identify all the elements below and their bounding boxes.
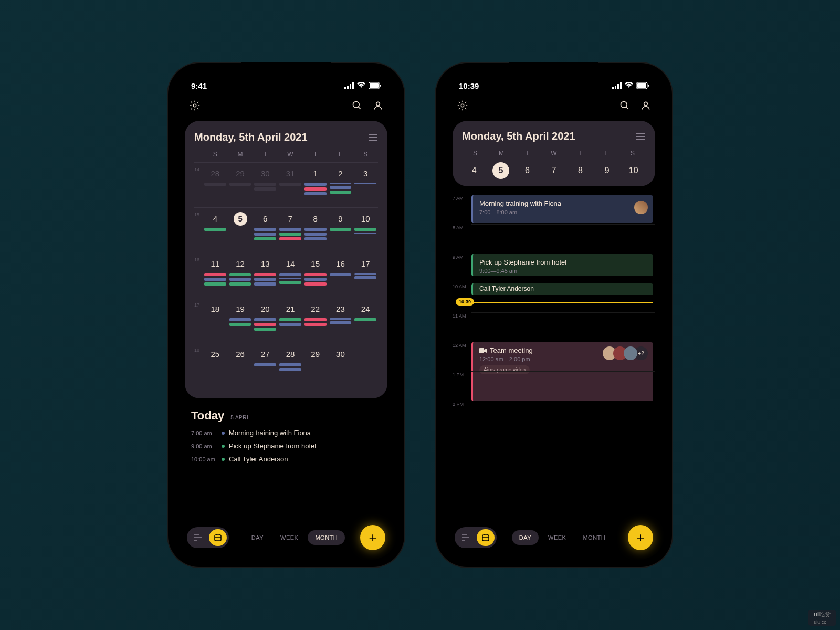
view-tab-week[interactable]: WEEK bbox=[541, 530, 573, 545]
event-block[interactable]: Call Tyler Anderson bbox=[471, 284, 653, 295]
week-row: 14 28 29 30 31 1 2 3 bbox=[194, 162, 378, 207]
time-slot[interactable]: Pick up Stephanie from hotel 9:00—9:45 a… bbox=[471, 254, 655, 283]
day-cell[interactable]: 14 bbox=[278, 256, 303, 298]
day-cell[interactable]: 18 bbox=[203, 301, 228, 343]
day-number: 25 bbox=[208, 348, 222, 361]
list-mode-button[interactable] bbox=[457, 529, 475, 546]
weekday-label: S bbox=[353, 151, 378, 158]
day-number: 11 bbox=[208, 257, 222, 271]
phone-day-view: 10:39 Monday, 5th April 2021 SMTWTFS 4 bbox=[436, 63, 672, 567]
day-cell[interactable] bbox=[353, 346, 378, 388]
day-cell[interactable]: 11 bbox=[203, 256, 228, 298]
strip-day[interactable]: 6 bbox=[515, 162, 540, 179]
today-title: Today bbox=[191, 409, 224, 423]
day-number: 13 bbox=[258, 257, 272, 271]
time-slot[interactable] bbox=[471, 401, 655, 430]
day-cell[interactable]: 7 bbox=[278, 211, 303, 253]
day-cell[interactable]: 28 bbox=[278, 346, 303, 388]
time-slot[interactable]: Team meeting 12:00 am—2:00 pm Aims promo… bbox=[471, 342, 655, 371]
search-icon[interactable] bbox=[352, 100, 362, 111]
day-cell[interactable]: 17 bbox=[353, 256, 378, 298]
day-cell[interactable]: 4 bbox=[203, 211, 228, 253]
day-number: 3 bbox=[359, 167, 372, 181]
day-cell[interactable]: 3 bbox=[353, 166, 378, 207]
day-cell[interactable]: 21 bbox=[278, 301, 303, 343]
event-block[interactable]: Pick up Stephanie from hotel 9:00—9:45 a… bbox=[471, 254, 653, 276]
signal-icon bbox=[344, 82, 354, 89]
add-button[interactable]: + bbox=[628, 525, 653, 550]
week-number: 18 bbox=[194, 346, 203, 388]
time-slot[interactable] bbox=[471, 224, 655, 254]
time-slot[interactable]: Call Tyler Anderson 10:39 bbox=[471, 283, 655, 312]
event-time: 7:00 am bbox=[191, 430, 217, 436]
settings-icon[interactable] bbox=[189, 100, 201, 111]
view-tab-week[interactable]: WEEK bbox=[273, 530, 306, 545]
weekday-label: T bbox=[253, 151, 278, 158]
view-tab-month[interactable]: MONTH bbox=[308, 530, 345, 545]
strip-day[interactable]: 9 bbox=[595, 162, 620, 179]
calendar-mode-button[interactable] bbox=[477, 529, 495, 546]
view-tabs: DAYWEEKMONTH bbox=[239, 530, 350, 545]
day-cell[interactable]: 2 bbox=[328, 166, 353, 207]
day-cell[interactable]: 19 bbox=[228, 301, 253, 343]
day-cell[interactable]: 9 bbox=[328, 211, 353, 253]
day-cell[interactable]: 10 bbox=[353, 211, 378, 253]
day-cell[interactable]: 13 bbox=[253, 256, 278, 298]
today-item[interactable]: 7:00 am Morning training with Fiona bbox=[191, 429, 381, 437]
week-number: 14 bbox=[194, 166, 203, 207]
view-mode-toggle bbox=[455, 527, 497, 548]
day-cell[interactable]: 30 bbox=[328, 346, 353, 388]
svg-rect-14 bbox=[620, 82, 622, 89]
strip-day[interactable]: 4 bbox=[462, 162, 487, 179]
strip-day[interactable]: 7 bbox=[542, 162, 566, 179]
day-cell[interactable]: 28 bbox=[203, 166, 228, 207]
time-slot[interactable] bbox=[471, 312, 655, 342]
list-mode-button[interactable] bbox=[189, 529, 207, 546]
day-number: 18 bbox=[208, 302, 222, 316]
add-button[interactable]: + bbox=[360, 525, 385, 550]
event-block[interactable]: Morning training with Fiona 7:00—8:00 am bbox=[471, 195, 653, 223]
avatar bbox=[624, 346, 637, 360]
time-slot[interactable]: Morning training with Fiona 7:00—8:00 am bbox=[471, 195, 655, 224]
search-icon[interactable] bbox=[620, 100, 630, 111]
day-cell[interactable]: 30 bbox=[253, 166, 278, 207]
day-cell[interactable]: 31 bbox=[278, 166, 303, 207]
day-cell[interactable]: 22 bbox=[303, 301, 328, 343]
time-label: 9 AM bbox=[453, 254, 471, 283]
strip-day[interactable]: 8 bbox=[568, 162, 593, 179]
weekday-label: W bbox=[278, 151, 303, 158]
day-cell[interactable]: 29 bbox=[303, 346, 328, 388]
today-item[interactable]: 10:00 am Call Tyler Anderson bbox=[191, 455, 381, 463]
week-strip: 4 5 6 7 8 9 10 bbox=[462, 162, 646, 179]
day-cell[interactable]: 27 bbox=[253, 346, 278, 388]
menu-icon[interactable] bbox=[368, 133, 378, 142]
menu-icon[interactable] bbox=[635, 132, 646, 141]
day-cell[interactable]: 1 bbox=[303, 166, 328, 207]
day-cell[interactable]: 12 bbox=[228, 256, 253, 298]
profile-icon[interactable] bbox=[373, 100, 383, 111]
day-cell[interactable]: 24 bbox=[353, 301, 378, 343]
strip-day[interactable]: 10 bbox=[621, 162, 646, 179]
calendar-mode-button[interactable] bbox=[209, 529, 227, 546]
time-label: 10 AM bbox=[453, 283, 471, 312]
day-cell[interactable]: 26 bbox=[228, 346, 253, 388]
day-cell[interactable]: 5 bbox=[228, 211, 253, 253]
strip-day[interactable]: 5 bbox=[489, 162, 513, 179]
day-cell[interactable]: 25 bbox=[203, 346, 228, 388]
settings-icon[interactable] bbox=[457, 100, 468, 111]
event-dot bbox=[222, 458, 225, 461]
day-cell[interactable]: 15 bbox=[303, 256, 328, 298]
day-cell[interactable]: 23 bbox=[328, 301, 353, 343]
day-cell[interactable]: 29 bbox=[228, 166, 253, 207]
time-row: 1 PM bbox=[453, 371, 655, 401]
view-tab-day[interactable]: DAY bbox=[244, 530, 271, 545]
day-cell[interactable]: 8 bbox=[303, 211, 328, 253]
day-cell[interactable]: 6 bbox=[253, 211, 278, 253]
today-item[interactable]: 9:00 am Pick up Stephanie from hotel bbox=[191, 442, 381, 450]
view-tab-day[interactable]: DAY bbox=[512, 530, 539, 545]
time-slot[interactable] bbox=[471, 371, 655, 401]
view-tab-month[interactable]: MONTH bbox=[575, 530, 613, 545]
profile-icon[interactable] bbox=[640, 100, 651, 111]
day-cell[interactable]: 16 bbox=[328, 256, 353, 298]
day-cell[interactable]: 20 bbox=[253, 301, 278, 343]
